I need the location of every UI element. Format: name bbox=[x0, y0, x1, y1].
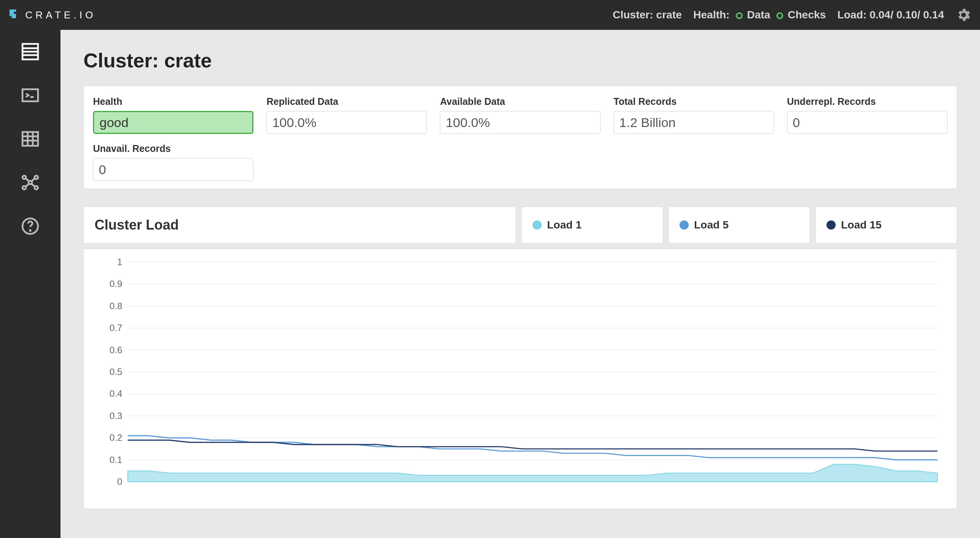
header-cluster: Cluster: crate bbox=[613, 9, 682, 21]
stat-value: 0 bbox=[93, 158, 253, 181]
stat-value: 1.2 Billion bbox=[614, 111, 774, 134]
chart-title: Cluster Load bbox=[83, 207, 516, 243]
data-health-dot-icon bbox=[736, 12, 743, 19]
svg-text:0: 0 bbox=[117, 476, 122, 487]
cluster-load-chart: 00.10.20.30.40.50.60.70.80.91 bbox=[93, 258, 941, 493]
tables-icon bbox=[20, 129, 41, 149]
brand-logo[interactable]: CRATE.IO bbox=[8, 8, 96, 21]
svg-text:0.3: 0.3 bbox=[109, 411, 122, 421]
svg-text:0.2: 0.2 bbox=[109, 433, 122, 443]
app-header: CRATE.IO Cluster: crate Health: Data Che… bbox=[0, 0, 980, 30]
chart-body: 00.10.20.30.40.50.60.70.80.91 bbox=[83, 249, 957, 509]
sidebar-item-console[interactable] bbox=[20, 85, 41, 106]
svg-point-25 bbox=[30, 230, 31, 231]
svg-text:0.6: 0.6 bbox=[109, 345, 122, 355]
svg-rect-1 bbox=[14, 10, 16, 12]
chart-header-row: Cluster Load Load 1Load 5Load 15 bbox=[83, 207, 957, 243]
stat-label: Total Records bbox=[614, 96, 774, 107]
legend-item[interactable]: Load 5 bbox=[668, 207, 810, 243]
legend-dot-icon bbox=[679, 220, 689, 230]
legend-label: Load 1 bbox=[547, 219, 581, 231]
svg-text:0.7: 0.7 bbox=[109, 323, 122, 333]
stat-block: Available Data100.0% bbox=[440, 96, 600, 134]
stat-value: 100.0% bbox=[440, 111, 600, 134]
stat-label: Health bbox=[93, 96, 253, 107]
stat-block: Unavail. Records0 bbox=[93, 143, 253, 181]
help-icon bbox=[20, 216, 41, 236]
svg-text:0.5: 0.5 bbox=[109, 367, 122, 377]
svg-text:0.4: 0.4 bbox=[109, 389, 122, 399]
stat-block: Underrepl. Records0 bbox=[787, 96, 947, 134]
sidebar-item-cluster[interactable] bbox=[20, 172, 41, 193]
stat-label: Available Data bbox=[440, 96, 600, 107]
stat-value: good bbox=[93, 111, 253, 134]
svg-rect-3 bbox=[12, 14, 16, 18]
svg-line-22 bbox=[26, 183, 29, 187]
svg-text:0.9: 0.9 bbox=[109, 279, 122, 289]
checks-health-dot-icon bbox=[776, 12, 783, 19]
legend-label: Load 15 bbox=[841, 219, 882, 231]
svg-line-20 bbox=[26, 178, 29, 182]
svg-rect-8 bbox=[23, 89, 38, 101]
svg-text:0.8: 0.8 bbox=[109, 301, 122, 311]
main-content: Cluster: crate HealthgoodReplicated Data… bbox=[60, 30, 980, 538]
svg-text:1: 1 bbox=[117, 258, 122, 267]
stat-block: Total Records1.2 Billion bbox=[614, 96, 774, 134]
legend-dot-icon bbox=[826, 220, 836, 230]
overview-icon bbox=[20, 41, 41, 62]
console-icon bbox=[20, 85, 41, 106]
svg-line-21 bbox=[31, 178, 35, 182]
svg-rect-2 bbox=[10, 14, 12, 16]
sidebar-nav bbox=[0, 30, 60, 538]
sidebar-item-help[interactable] bbox=[20, 216, 41, 236]
stat-block: Healthgood bbox=[93, 96, 253, 134]
legend-label: Load 5 bbox=[694, 219, 728, 231]
header-status-bar: Cluster: crate Health: Data Checks Load:… bbox=[613, 7, 972, 23]
cluster-load-section: Cluster Load Load 1Load 5Load 15 00.10.2… bbox=[83, 207, 957, 509]
stat-label: Unavail. Records bbox=[93, 143, 253, 154]
svg-rect-10 bbox=[23, 132, 38, 146]
stat-value: 100.0% bbox=[266, 111, 427, 134]
brand-text: CRATE.IO bbox=[25, 9, 96, 21]
settings-gear-icon[interactable] bbox=[956, 7, 972, 23]
header-load: Load: 0.04/ 0.10/ 0.14 bbox=[837, 9, 944, 21]
svg-text:0.1: 0.1 bbox=[109, 455, 122, 465]
crate-logo-icon bbox=[8, 8, 21, 21]
stat-label: Replicated Data bbox=[266, 96, 427, 107]
legend-dot-icon bbox=[532, 220, 542, 230]
page-title: Cluster: crate bbox=[83, 49, 957, 72]
header-health: Health: Data Checks bbox=[693, 9, 826, 21]
sidebar-item-tables[interactable] bbox=[20, 129, 41, 149]
svg-line-23 bbox=[31, 183, 35, 187]
stats-panel: HealthgoodReplicated Data100.0%Available… bbox=[83, 86, 957, 189]
sidebar-item-overview[interactable] bbox=[20, 41, 41, 62]
cluster-graph-icon bbox=[20, 172, 41, 193]
stat-label: Underrepl. Records bbox=[787, 96, 947, 107]
stat-value: 0 bbox=[787, 111, 947, 134]
legend-item[interactable]: Load 15 bbox=[815, 207, 957, 243]
svg-rect-0 bbox=[10, 10, 14, 14]
stat-block: Replicated Data100.0% bbox=[266, 96, 427, 134]
legend-item[interactable]: Load 1 bbox=[521, 207, 663, 243]
